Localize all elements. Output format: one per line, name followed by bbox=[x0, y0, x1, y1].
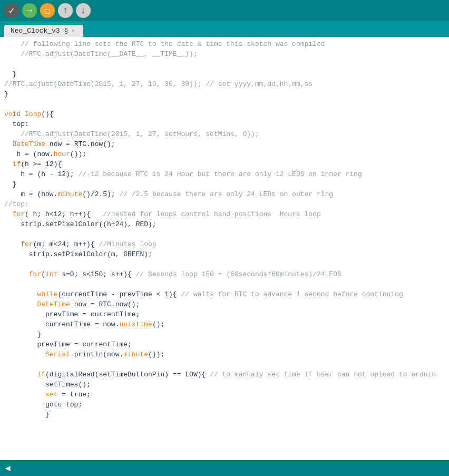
code-token: } bbox=[45, 411, 50, 419]
verify-button[interactable]: ✓ bbox=[4, 3, 19, 18]
code-line bbox=[0, 59, 449, 69]
code-line bbox=[0, 99, 449, 109]
code-token: //top: bbox=[4, 200, 29, 208]
open-button[interactable]: ↑ bbox=[58, 3, 73, 18]
code-token: //RTC.adjust(DateTime(2015, 1, 27, 19, 3… bbox=[4, 80, 313, 88]
code-line bbox=[0, 259, 449, 269]
code-line: DateTime now = RTC.now(); bbox=[0, 299, 449, 309]
code-token: now = RTC.now(); bbox=[70, 300, 140, 308]
code-token: h = (h - 12); bbox=[21, 170, 78, 178]
code-editor[interactable]: // following line sets the RTC to the da… bbox=[0, 37, 449, 460]
code-token: prevTime = currentTime; bbox=[37, 341, 131, 348]
code-token: s=0; s<150; s++){ bbox=[57, 270, 131, 278]
code-line: //RTC.adjust(DateTime(__DATE__, __TIME__… bbox=[0, 49, 449, 59]
code-token: } bbox=[13, 180, 17, 188]
code-token: Serial bbox=[45, 351, 70, 358]
tab-bar: Neo_Clock_v3 § × bbox=[0, 21, 449, 37]
code-line: for(int s=0; s<150; s++){ // Seconds loo… bbox=[0, 269, 449, 279]
code-line: m = (now.minute()/2.5); // /2.5 because … bbox=[0, 189, 449, 199]
code-token: strip.setPixelColor((h+24), RED); bbox=[21, 220, 156, 228]
code-line: //top: bbox=[0, 199, 449, 209]
code-token: //Minutes loop bbox=[95, 240, 157, 248]
code-line: void loop(){ bbox=[0, 109, 449, 119]
code-token: m = (now. bbox=[21, 190, 57, 198]
code-token: ( h; h<12; h++){ bbox=[25, 210, 91, 218]
tab-close-icon[interactable]: × bbox=[71, 28, 75, 34]
code-token: if bbox=[13, 160, 21, 168]
save-button[interactable]: ↓ bbox=[76, 3, 91, 18]
code-line bbox=[0, 279, 449, 289]
code-token: for bbox=[21, 240, 33, 248]
code-token: // to manualy set time if user can not u… bbox=[206, 371, 436, 378]
code-token: goto top; bbox=[45, 401, 82, 409]
code-line: if(digitalRead(setTimeButtonPin) == LOW)… bbox=[0, 370, 449, 380]
code-token: ()); bbox=[148, 351, 164, 358]
code-line: prevTime = currentTime; bbox=[0, 339, 449, 349]
code-token: //RTC.adjust(DateTime(__DATE__, __TIME__… bbox=[21, 50, 197, 58]
code-line: DateTime now = RTC.now(); bbox=[0, 139, 449, 149]
code-line: } bbox=[0, 329, 449, 339]
code-line: strip.setPixelColor(m, GREEN); bbox=[0, 249, 449, 259]
code-token: set bbox=[45, 391, 57, 399]
code-token: = true; bbox=[57, 391, 90, 399]
code-token: minute bbox=[123, 351, 148, 358]
code-token: unixtime bbox=[119, 320, 152, 328]
upload-button[interactable]: → bbox=[22, 3, 37, 18]
code-line: top: bbox=[0, 119, 449, 129]
code-line: } bbox=[0, 179, 449, 189]
code-token bbox=[21, 110, 25, 118]
scroll-left-icon[interactable]: ◀ bbox=[5, 463, 11, 473]
code-token: (h >= 12){ bbox=[21, 160, 62, 168]
code-line: for(m; m<24; m++){ //Minutes loop bbox=[0, 239, 449, 249]
code-line: currentTime = now.unixtime(); bbox=[0, 319, 449, 329]
code-token: (currentTime - prevTime < 1){ bbox=[57, 290, 177, 298]
code-line: setTimes(); bbox=[0, 380, 449, 390]
code-token: // /2.5 because there are only 24 LEDs o… bbox=[119, 190, 333, 198]
code-token: (m; m<24; m++){ bbox=[33, 240, 95, 248]
code-token: (digitalRead(setTimeButtonPin) == LOW){ bbox=[45, 371, 206, 378]
toolbar: ✓ → ☐ ↑ ↓ bbox=[0, 0, 449, 21]
code-token: setTimes(); bbox=[45, 381, 91, 388]
code-line: while(currentTime - prevTime < 1){ // wa… bbox=[0, 289, 449, 299]
code-token: //RTC.adjust(DateTime(2015, 1, 27, setHo… bbox=[21, 130, 259, 138]
code-line: goto top; bbox=[0, 400, 449, 410]
code-line: // following line sets the RTC to the da… bbox=[0, 39, 449, 49]
code-token: ()/2.5); bbox=[82, 190, 119, 198]
code-token: } bbox=[4, 90, 8, 98]
code-token: now = RTC.now(); bbox=[45, 140, 115, 148]
code-token: .println(now. bbox=[70, 351, 123, 358]
code-token: // Seconds loop 150 = (60seconds*60minut… bbox=[132, 270, 341, 278]
code-line: } bbox=[0, 410, 449, 420]
code-line: h = (now.hour()); bbox=[0, 149, 449, 159]
code-token: while bbox=[37, 290, 57, 298]
code-token: (); bbox=[152, 320, 164, 328]
code-line: h = (h - 12); //-12 because RTC is 24 Ho… bbox=[0, 169, 449, 179]
code-token: top: bbox=[13, 120, 29, 128]
code-token: //-12 because RTC is 24 Hour but there a… bbox=[78, 170, 362, 178]
code-token: for bbox=[29, 270, 41, 278]
code-token: //nested for loops control hand position… bbox=[91, 210, 321, 218]
code-token: int bbox=[45, 270, 57, 278]
code-line bbox=[0, 229, 449, 239]
code-token: // following line sets the RTC to the da… bbox=[21, 40, 325, 48]
code-line: } bbox=[0, 89, 449, 99]
code-token: prevTime = currentTime; bbox=[45, 310, 140, 318]
code-token: void bbox=[4, 110, 21, 118]
code-line bbox=[0, 360, 449, 370]
code-token: minute bbox=[57, 190, 82, 198]
code-token: DateTime bbox=[13, 140, 45, 148]
code-line: Serial.println(now.minute()); bbox=[0, 349, 449, 360]
code-line: strip.setPixelColor((h+24), RED); bbox=[0, 219, 449, 229]
code-line: //RTC.adjust(DateTime(2015, 1, 27, 19, 3… bbox=[0, 79, 449, 89]
code-token: DateTime bbox=[37, 300, 70, 308]
tab-neo-clock[interactable]: Neo_Clock_v3 § × bbox=[4, 25, 83, 37]
code-line: set = true; bbox=[0, 390, 449, 400]
code-token: for bbox=[13, 210, 25, 218]
new-button[interactable]: ☐ bbox=[40, 3, 55, 18]
status-bar: ◀ bbox=[0, 460, 449, 476]
code-token: currentTime = now. bbox=[45, 320, 119, 328]
code-token: h = (now. bbox=[16, 150, 53, 158]
code-token: ( bbox=[41, 270, 45, 278]
code-token: hour bbox=[54, 150, 70, 158]
code-line: } bbox=[0, 69, 449, 79]
